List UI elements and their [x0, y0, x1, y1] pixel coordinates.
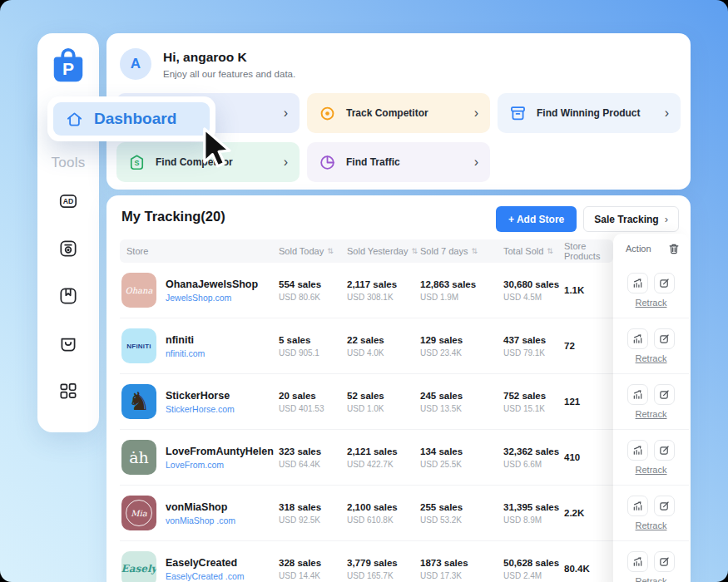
table-row: Mia vonMiaShop vonMiaShop .com 318 sales…: [120, 486, 613, 541]
edit-button[interactable]: [654, 496, 675, 516]
store-products-cell: 72: [564, 341, 613, 351]
sold-today-cell: 318 salesUSD 92.5K: [279, 502, 347, 525]
sold-yesterday-cell: 3,779 salesUSD 165.7K: [347, 558, 420, 580]
store-domain-link[interactable]: nfiniti.com: [166, 348, 205, 358]
store-products-cell: 410: [564, 452, 613, 462]
table-row: NFiNiTi nfiniti nfiniti.com 5 salesUSD 9…: [120, 318, 613, 374]
store-name: nfiniti: [166, 334, 205, 346]
home-icon: [65, 110, 84, 129]
shop-bag-icon[interactable]: [57, 332, 80, 355]
app-window: P Tools AD: [0, 0, 728, 582]
bookmark-icon[interactable]: [57, 284, 80, 308]
ads-icon[interactable]: AD: [57, 190, 80, 213]
column-header-sold-yesterday[interactable]: Sold Yesterday ⇅: [347, 246, 420, 256]
svg-text:P: P: [62, 59, 74, 78]
add-store-button[interactable]: + Add Store: [496, 206, 577, 232]
analytics-button[interactable]: [627, 440, 648, 461]
store-domain-link[interactable]: LoveFrom.com: [166, 460, 274, 470]
chevron-right-icon: ›: [474, 106, 478, 120]
action-cell: Retrack: [613, 374, 689, 430]
feature-card[interactable]: Find Winning Product ›: [498, 93, 681, 133]
sort-icon: ⇅: [471, 247, 478, 255]
analytics-button[interactable]: [627, 496, 648, 516]
store-avatar: Easely: [121, 551, 156, 582]
sold-yesterday-cell: 52 salesUSD 1.0K: [347, 391, 420, 413]
analytics-button[interactable]: [627, 273, 648, 293]
store-name: vonMiaShop: [166, 501, 235, 513]
sold-7days-cell: 134 salesUSD 25.5K: [420, 446, 503, 469]
retrack-link[interactable]: Retrack: [636, 576, 667, 582]
table-row: Easely EaselyCreated EaselyCreated .com …: [120, 541, 613, 582]
retrack-link[interactable]: Retrack: [636, 520, 667, 530]
store-domain-link[interactable]: vonMiaShop .com: [166, 515, 235, 525]
retrack-link[interactable]: Retrack: [636, 409, 667, 419]
retrack-link[interactable]: Retrack: [636, 353, 667, 363]
target-icon: [319, 105, 336, 122]
table-row: ȧh LoveFromAuntyHelen LoveFrom.com 323 s…: [120, 430, 613, 486]
dashboard-label: Dashboard: [94, 110, 176, 128]
my-tracking-panel: My Tracking(20) + Add Store Sale Trackin…: [106, 195, 691, 582]
chevron-right-icon: ›: [665, 213, 668, 225]
column-header-total-sold[interactable]: Total Sold ⇅: [503, 246, 564, 256]
column-header-sold-today[interactable]: Sold Today ⇅: [279, 246, 347, 256]
store-name: EaselyCreated: [166, 557, 245, 569]
edit-button[interactable]: [654, 273, 675, 293]
tracking-title: My Tracking(20): [121, 209, 225, 224]
retrack-link[interactable]: Retrack: [636, 298, 667, 308]
edit-button[interactable]: [654, 328, 675, 349]
edit-button[interactable]: [654, 551, 675, 572]
edit-icon: [659, 278, 670, 289]
sold-today-cell: 554 salesUSD 80.6K: [279, 279, 347, 302]
edit-button[interactable]: [654, 440, 675, 461]
sold-yesterday-cell: 22 salesUSD 4.0K: [347, 335, 420, 358]
total-sold-cell: 50,628 salesUSD 2.4M: [503, 558, 564, 580]
sold-today-cell: 328 salesUSD 14.4K: [279, 558, 347, 580]
svg-text:AD: AD: [63, 197, 74, 205]
store-products-cell: 1.1K: [564, 285, 613, 295]
sale-tracking-button[interactable]: Sale Tracking ›: [583, 206, 679, 232]
chevron-right-icon: ›: [284, 106, 288, 120]
trash-icon: [668, 243, 680, 254]
chart-icon: [632, 556, 643, 567]
sold-yesterday-cell: 2,100 salesUSD 610.8K: [347, 502, 420, 525]
sort-icon: ⇅: [411, 247, 418, 255]
edit-icon: [659, 389, 670, 400]
chart-icon: [632, 501, 643, 511]
retrack-link[interactable]: Retrack: [636, 465, 667, 475]
sold-today-cell: 20 salesUSD 401.53: [279, 391, 347, 413]
store-domain-link[interactable]: StickerHorse.com: [166, 404, 235, 414]
analytics-button[interactable]: [627, 384, 648, 405]
column-header-store-products: Store Products: [564, 241, 613, 261]
store-avatar: Ohana: [121, 273, 156, 308]
store-avatar: NFiNiTi: [121, 328, 156, 363]
action-cell: Retrack: [613, 318, 689, 374]
store-name: StickerHorse: [166, 390, 235, 402]
store-domain-link[interactable]: JewelsShop.com: [166, 293, 258, 303]
edit-button[interactable]: [654, 384, 675, 405]
column-header-store: Store: [120, 246, 279, 256]
sort-icon: ⇅: [327, 247, 334, 255]
table-row: Ohana OhanaJewelsShop JewelsShop.com 554…: [120, 263, 613, 318]
column-header-sold-7-days[interactable]: Sold 7 days ⇅: [420, 246, 503, 256]
feature-card[interactable]: Find Traffic ›: [307, 142, 490, 182]
box-icon: [509, 105, 527, 122]
store-domain-link[interactable]: EaselyCreated .com: [166, 571, 245, 581]
store-products-cell: 121: [564, 397, 613, 407]
action-cell: Retrack: [613, 430, 689, 486]
sidebar-item-dashboard[interactable]: Dashboard: [53, 102, 210, 136]
feature-card[interactable]: S Find Competitor ›: [116, 142, 300, 182]
track-store-icon[interactable]: [57, 237, 80, 260]
feature-card[interactable]: Track Competitor ›: [307, 93, 490, 133]
store-avatar: ♞: [121, 384, 156, 419]
analytics-button[interactable]: [627, 328, 648, 349]
edit-icon: [659, 556, 670, 567]
table-body: Ohana OhanaJewelsShop JewelsShop.com 554…: [120, 263, 613, 582]
total-sold-cell: 31,395 salesUSD 8.9M: [503, 502, 564, 525]
delete-all-button[interactable]: [668, 243, 680, 254]
pie-icon: [319, 154, 336, 171]
sold-7days-cell: 12,863 salesUSD 1.9M: [420, 279, 503, 302]
apps-icon[interactable]: [57, 379, 80, 402]
analytics-button[interactable]: [627, 551, 648, 572]
sort-icon: ⇅: [547, 247, 553, 255]
shop-shield-icon: S: [128, 154, 146, 171]
